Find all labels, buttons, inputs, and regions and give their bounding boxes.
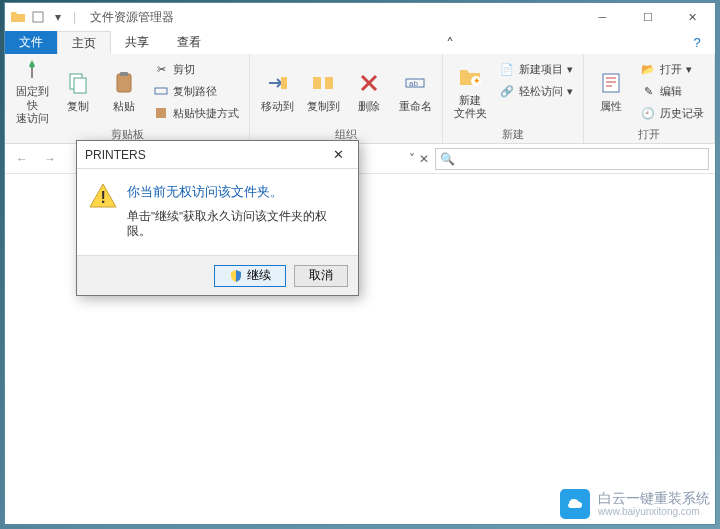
svg-rect-8 [281, 77, 287, 89]
shortcut-icon [153, 105, 169, 121]
history-button[interactable]: 🕘历史记录 [636, 103, 708, 123]
new-folder-icon: ✦ [455, 62, 485, 92]
close-button[interactable]: ✕ [670, 3, 715, 31]
svg-text:✦: ✦ [473, 76, 481, 86]
svg-text:!: ! [101, 189, 106, 206]
search-input[interactable]: 🔍 [435, 148, 709, 170]
copy-icon [63, 68, 93, 98]
svg-rect-1 [31, 68, 33, 78]
group-open-label: 打开 [590, 126, 708, 142]
cut-button[interactable]: ✂剪切 [149, 59, 243, 79]
shield-icon [229, 269, 243, 283]
tab-home[interactable]: 主页 [57, 31, 111, 54]
cut-icon: ✂ [153, 61, 169, 77]
watermark: 白云一键重装系统 www.baiyunxitong.com [560, 489, 710, 519]
folder-icon [9, 8, 27, 26]
tab-share[interactable]: 共享 [111, 31, 163, 54]
rename-button[interactable]: ab重命名 [394, 57, 436, 125]
svg-rect-3 [74, 78, 86, 93]
svg-rect-0 [33, 12, 43, 22]
svg-rect-6 [155, 88, 167, 94]
path-icon [153, 83, 169, 99]
pin-button[interactable]: 固定到快 速访问 [11, 57, 53, 125]
help-button[interactable]: ? [685, 30, 709, 54]
qat-icon[interactable] [29, 8, 47, 26]
properties-button[interactable]: 属性 [590, 57, 632, 125]
new-item-button[interactable]: 📄新建项目▾ [495, 59, 577, 79]
warning-icon: ! [89, 183, 117, 209]
window-title: 文件资源管理器 [84, 9, 174, 26]
move-icon [262, 68, 292, 98]
tab-view[interactable]: 查看 [163, 31, 215, 54]
delete-button[interactable]: 删除 [348, 57, 390, 125]
ribbon: 固定到快 速访问 复制 粘贴 ✂剪切 复制路径 粘贴快捷方式 剪贴板 [5, 54, 715, 144]
edit-icon: ✎ [640, 83, 656, 99]
clear-address-icon[interactable]: ✕ [419, 152, 429, 166]
chevron-down-icon: ▾ [567, 85, 573, 98]
ribbon-collapse-icon[interactable]: ˄ [440, 35, 460, 54]
address-dropdown-icon[interactable]: ˅ [409, 152, 415, 166]
svg-text:ab: ab [409, 79, 418, 88]
paste-button[interactable]: 粘贴 [103, 57, 145, 125]
search-icon: 🔍 [440, 152, 455, 166]
copy-path-button[interactable]: 复制路径 [149, 81, 243, 101]
permission-dialog: PRINTERS ✕ ! 你当前无权访问该文件夹。 单击"继续"获取永久访问该文… [76, 140, 359, 296]
dialog-title: PRINTERS [85, 148, 146, 162]
chevron-down-icon: ▾ [686, 63, 692, 76]
svg-rect-9 [313, 77, 321, 89]
pin-icon [17, 57, 47, 83]
new-folder-button[interactable]: ✦新建 文件夹 [449, 57, 491, 125]
copy-button[interactable]: 复制 [57, 57, 99, 125]
watermark-sub: www.baiyunxitong.com [598, 506, 710, 518]
qat-dropdown-icon[interactable]: ▾ [49, 8, 67, 26]
paste-icon [109, 68, 139, 98]
copy-to-icon [308, 68, 338, 98]
open-icon: 📂 [640, 61, 656, 77]
maximize-button[interactable]: ☐ [625, 3, 670, 31]
watermark-logo-icon [560, 489, 590, 519]
chevron-down-icon: ▾ [567, 63, 573, 76]
group-new-label: 新建 [449, 126, 577, 142]
history-icon: 🕘 [640, 105, 656, 121]
dialog-sub-text: 单击"继续"获取永久访问该文件夹的权限。 [127, 209, 346, 239]
new-item-icon: 📄 [499, 61, 515, 77]
easy-access-button[interactable]: 🔗轻松访问▾ [495, 81, 577, 101]
delete-icon [354, 68, 384, 98]
svg-rect-5 [120, 72, 128, 76]
rename-icon: ab [400, 68, 430, 98]
svg-rect-15 [603, 74, 619, 92]
easy-access-icon: 🔗 [499, 83, 515, 99]
dialog-main-text: 你当前无权访问该文件夹。 [127, 183, 346, 201]
copy-to-button[interactable]: 复制到 [302, 57, 344, 125]
svg-rect-7 [156, 108, 166, 118]
ribbon-tabs: 文件 主页 共享 查看 ˄ ? [5, 31, 715, 54]
forward-button[interactable]: → [39, 148, 61, 170]
continue-button[interactable]: 继续 [214, 265, 286, 287]
dialog-close-button[interactable]: ✕ [326, 145, 350, 165]
tab-file[interactable]: 文件 [5, 31, 57, 54]
back-button[interactable]: ← [11, 148, 33, 170]
paste-shortcut-button[interactable]: 粘贴快捷方式 [149, 103, 243, 123]
minimize-button[interactable]: ─ [580, 3, 625, 31]
edit-button[interactable]: ✎编辑 [636, 81, 708, 101]
move-to-button[interactable]: 移动到 [256, 57, 298, 125]
titlebar: ▾ | 文件资源管理器 ─ ☐ ✕ [5, 3, 715, 31]
properties-icon [596, 68, 626, 98]
svg-rect-10 [325, 77, 333, 89]
open-button[interactable]: 📂打开▾ [636, 59, 708, 79]
watermark-main: 白云一键重装系统 [598, 490, 710, 507]
svg-rect-4 [117, 74, 131, 92]
cancel-button[interactable]: 取消 [294, 265, 348, 287]
